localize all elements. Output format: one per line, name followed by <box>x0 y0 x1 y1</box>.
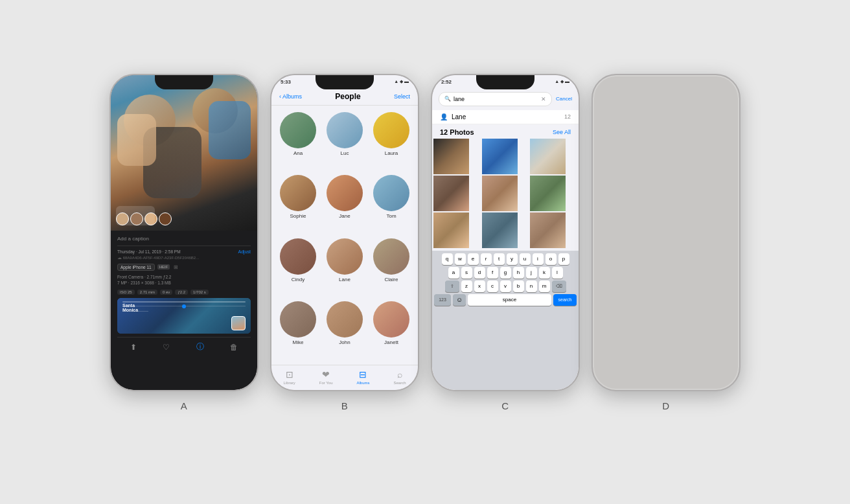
key-s[interactable]: s <box>461 267 472 279</box>
phone-c-wrapper: 2:52 ▲ ◆ ▬ 🔍 lane ✕ Cancel 👤 Lane 12 <box>431 74 580 411</box>
share-icon[interactable]: ⬆ <box>130 343 137 352</box>
key-space[interactable]: space <box>468 294 551 306</box>
back-label-b: Albums <box>282 93 302 100</box>
key-n[interactable]: n <box>526 281 537 292</box>
keyboard-row-2: a s d f g h j k l <box>434 267 577 279</box>
key-r[interactable]: r <box>481 253 492 265</box>
search-keyboard-btn[interactable]: search <box>553 294 577 306</box>
phone-d-label: D <box>662 400 669 411</box>
key-e[interactable]: e <box>468 253 479 265</box>
device-name: Apple iPhone 11 <box>117 264 155 271</box>
exif-mm: 2.71 mm <box>137 290 157 295</box>
person-janett[interactable]: Janett <box>371 301 411 358</box>
person-cindy[interactable]: Cindy <box>278 238 318 295</box>
face-avatar-1 <box>116 212 129 225</box>
keyboard-c: q w e r t y u i o p a s d <box>432 251 579 390</box>
status-bar-c: 2:52 ▲ ◆ ▬ <box>432 79 579 85</box>
cancel-btn-c[interactable]: Cancel <box>556 96 572 102</box>
photo-thumb-4[interactable] <box>433 176 469 211</box>
person-laura[interactable]: Laura <box>371 112 411 169</box>
status-time-b: 5:33 <box>281 79 291 85</box>
key-v[interactable]: v <box>500 281 511 292</box>
search-result-row[interactable]: 👤 Lane 12 <box>432 110 579 124</box>
person-ana[interactable]: Ana <box>278 112 318 169</box>
key-w[interactable]: w <box>455 253 466 265</box>
search-tab-icon: ⌕ <box>397 369 402 380</box>
phone-a-wrapper: Add a caption Thursday · Jul 11, 2019 · … <box>109 74 258 411</box>
adjust-btn[interactable]: Adjust <box>238 249 251 254</box>
back-btn-b[interactable]: ‹ Albums <box>279 93 302 100</box>
device-row: Apple iPhone 11 HEIF ⊞ <box>117 264 251 271</box>
key-q[interactable]: q <box>442 253 453 265</box>
notch-a <box>155 75 213 89</box>
info-icon[interactable]: ⓘ <box>196 341 204 352</box>
key-delete[interactable]: ⌫ <box>552 281 566 292</box>
key-l[interactable]: l <box>552 267 563 279</box>
key-y[interactable]: y <box>507 253 518 265</box>
person-luc[interactable]: Luc <box>325 112 365 169</box>
key-z[interactable]: z <box>461 281 472 292</box>
map-section[interactable]: Santa Monica <box>117 298 251 334</box>
tab-foryou[interactable]: ❤ For You <box>319 369 333 385</box>
person-mike[interactable]: Mike <box>278 301 318 358</box>
key-h[interactable]: h <box>513 267 524 279</box>
clear-btn-c[interactable]: ✕ <box>541 96 546 102</box>
exif-ev: 0 ev <box>160 290 172 295</box>
key-c[interactable]: c <box>487 281 498 292</box>
person-tom[interactable]: Tom <box>371 175 411 232</box>
heart-icon[interactable]: ♡ <box>163 343 170 352</box>
person-sophie[interactable]: Sophie <box>278 175 318 232</box>
key-shift[interactable]: ⇧ <box>445 281 459 292</box>
key-a[interactable]: a <box>448 267 459 279</box>
name-laura: Laura <box>385 150 398 156</box>
format-badge: HEIF <box>157 264 170 269</box>
photo-thumb-8[interactable] <box>482 212 518 248</box>
photo-thumb-9[interactable] <box>530 212 566 248</box>
key-i[interactable]: i <box>533 253 544 265</box>
key-u[interactable]: u <box>520 253 531 265</box>
see-all-c[interactable]: See All <box>553 129 571 135</box>
key-b[interactable]: b <box>513 281 524 292</box>
person-jane[interactable]: Jane <box>325 175 365 232</box>
key-t[interactable]: t <box>494 253 505 265</box>
photo-thumb-2[interactable] <box>482 139 518 174</box>
photo-hero-a[interactable] <box>111 75 257 231</box>
search-input-c[interactable]: 🔍 lane ✕ <box>439 92 552 106</box>
key-f[interactable]: f <box>487 267 498 279</box>
exif-row: ISO 25 2.71 mm 0 ev ƒ2.2 1/702 s <box>117 290 251 295</box>
info-panel-a: Add a caption Thursday · Jul 11, 2019 · … <box>111 231 257 390</box>
tab-library[interactable]: ⊡ Library <box>283 369 295 385</box>
key-m[interactable]: m <box>539 281 550 292</box>
person-claire[interactable]: Claire <box>371 238 411 295</box>
photo-thumb-3[interactable] <box>530 139 566 174</box>
nav-title-b: People <box>335 92 360 101</box>
trash-icon[interactable]: 🗑 <box>230 343 238 352</box>
exif-shutter: 1/702 s <box>190 290 209 295</box>
caption-row: Add a caption <box>117 236 251 242</box>
person-john[interactable]: John <box>325 301 365 358</box>
key-d[interactable]: d <box>474 267 485 279</box>
keyboard-row-4: 123 ☺ space search <box>434 294 577 306</box>
faces-row-a <box>116 212 172 225</box>
key-j[interactable]: j <box>526 267 537 279</box>
uuid-row: ☁ 68A9A4D6-AF5F-49D7-A23F-D5F2046B2... <box>117 255 251 260</box>
select-btn-b[interactable]: Select <box>394 93 410 100</box>
photo-thumb-5[interactable] <box>482 176 518 211</box>
screen-a: Add a caption Thursday · Jul 11, 2019 · … <box>111 75 257 390</box>
phone-b: 5:33 ▲ ◆ ▬ ‹ Albums People Select Ana <box>270 74 419 391</box>
person-lane[interactable]: Lane <box>325 238 365 295</box>
result-name-c: Lane <box>452 113 466 120</box>
key-123[interactable]: 123 <box>434 294 451 306</box>
photo-thumb-6[interactable] <box>530 176 566 211</box>
key-emoji[interactable]: ☺ <box>453 294 466 306</box>
photo-thumb-7[interactable] <box>433 212 469 248</box>
key-p[interactable]: p <box>558 253 569 265</box>
photo-thumb-1[interactable] <box>433 139 469 174</box>
key-k[interactable]: k <box>539 267 550 279</box>
tab-albums[interactable]: ⊟ Albums <box>356 369 369 385</box>
key-g[interactable]: g <box>500 267 511 279</box>
key-o[interactable]: o <box>546 253 557 265</box>
tab-search[interactable]: ⌕ Search <box>393 369 406 385</box>
tab-albums-label: Albums <box>356 381 369 385</box>
key-x[interactable]: x <box>474 281 485 292</box>
